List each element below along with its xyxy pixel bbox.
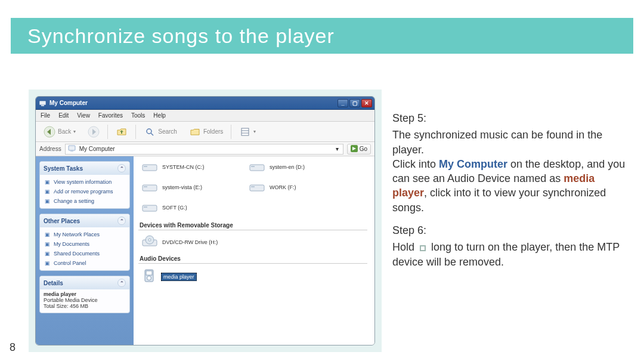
- audio-list: media player: [138, 269, 374, 285]
- back-icon: [44, 126, 55, 138]
- window-buttons: _ ▢ ✕: [338, 99, 372, 107]
- views-icon: [239, 126, 251, 138]
- system-tasks-header[interactable]: System Tasks ⌃: [40, 162, 129, 175]
- keyword-my-computer: My Computer: [439, 158, 507, 170]
- svg-rect-17: [144, 186, 147, 187]
- svg-line-5: [151, 133, 153, 135]
- hard-drive-icon: [142, 202, 157, 214]
- menu-favorites[interactable]: Favorites: [98, 112, 123, 119]
- instruction-text: Step 5: The synchronized music can be fo…: [392, 111, 628, 277]
- device-label: media player: [161, 273, 197, 281]
- go-button[interactable]: Go: [347, 144, 371, 155]
- minimize-button[interactable]: _: [338, 99, 348, 107]
- place-network[interactable]: ▣My Network Places: [44, 230, 126, 239]
- task-add-remove[interactable]: ▣Add or remove programs: [44, 187, 126, 196]
- hard-drive-icon: [142, 161, 157, 173]
- document-page: Synchronize songs to the player My Compu…: [0, 0, 644, 361]
- toolbar-sep: [107, 125, 108, 139]
- svg-rect-20: [143, 205, 157, 211]
- place-shared[interactable]: ▣Shared Documents: [44, 249, 126, 258]
- system-tasks-pane: System Tasks ⌃ ▣View system information …: [39, 161, 130, 209]
- other-places-pane: Other Places ⌃ ▣My Network Places ▣My Do…: [39, 214, 130, 271]
- svg-rect-19: [251, 186, 255, 187]
- views-button[interactable]: ▾: [235, 123, 260, 141]
- drive-label: system-vista (E:): [162, 184, 202, 190]
- address-field[interactable]: My Computer ▾: [65, 144, 343, 155]
- menu-tools[interactable]: Tools: [131, 112, 145, 119]
- programs-icon: ▣: [44, 188, 51, 195]
- task-label: Add or remove programs: [54, 189, 113, 195]
- details-size: Total Size: 456 MB: [44, 303, 126, 309]
- step5-line1: The synchronized music can be found in t…: [392, 129, 602, 155]
- dropdown-icon: ▾: [253, 129, 256, 134]
- address-dropdown-icon[interactable]: ▾: [335, 146, 340, 152]
- explorer-main: SYSTEM-CN (C:) system-en (D:) system-vis…: [134, 156, 374, 345]
- drive-e[interactable]: system-vista (E:): [142, 181, 237, 193]
- svg-rect-10: [70, 150, 73, 152]
- removable-list: DVD/CD-RW Drive (H:): [138, 235, 374, 249]
- drive-f[interactable]: WORK (F:): [249, 181, 345, 193]
- menu-help[interactable]: Help: [153, 112, 166, 119]
- address-value: My Computer: [79, 146, 115, 152]
- address-label: Address: [39, 146, 61, 152]
- svg-rect-16: [143, 185, 157, 191]
- svg-point-24: [148, 239, 151, 241]
- audio-section-title: Audio Devices: [138, 255, 367, 264]
- svg-point-27: [147, 276, 151, 280]
- svg-point-4: [147, 129, 151, 134]
- details-body: media player Portable Media Device Total…: [40, 289, 129, 313]
- hard-drive-icon: [249, 161, 265, 173]
- task-label: View system information: [54, 179, 112, 185]
- other-places-header[interactable]: Other Places ⌃: [40, 214, 129, 227]
- place-control-panel[interactable]: ▣Control Panel: [44, 258, 126, 268]
- documents-icon: ▣: [44, 240, 51, 248]
- dvd-drive[interactable]: DVD/CD-RW Drive (H:): [142, 235, 374, 249]
- menu-edit[interactable]: Edit: [58, 112, 69, 119]
- step6-a: Hold: [392, 241, 417, 253]
- drive-label: system-en (D:): [270, 164, 305, 170]
- step6-b: long to turn on the player, then the MTP…: [392, 241, 620, 267]
- up-button[interactable]: [112, 123, 132, 141]
- hold-button-symbol: [420, 245, 426, 251]
- content-area: My Computer _ ▢ ✕ File Edit View Favorit…: [11, 54, 633, 361]
- folders-button[interactable]: Folders: [185, 123, 227, 141]
- media-player-device[interactable]: media player: [142, 269, 374, 285]
- folder-up-icon: [116, 126, 128, 138]
- search-button[interactable]: Search: [140, 123, 181, 141]
- search-icon: [144, 126, 156, 138]
- step5-line2a: Click into: [392, 158, 439, 170]
- svg-rect-0: [39, 101, 46, 105]
- drive-label: SOFT (G:): [162, 205, 187, 211]
- menubar: File Edit View Favorites Tools Help: [36, 110, 374, 122]
- drive-d[interactable]: system-en (D:): [249, 161, 345, 173]
- task-change-setting[interactable]: ▣Change a setting: [44, 196, 126, 206]
- svg-rect-18: [250, 185, 264, 191]
- details-header[interactable]: Details ⌃: [40, 276, 129, 289]
- drive-label: SYSTEM-CN (C:): [162, 164, 205, 170]
- drive-g[interactable]: SOFT (G:): [142, 202, 237, 214]
- my-computer-window: My Computer _ ▢ ✕ File Edit View Favorit…: [35, 96, 375, 345]
- svg-rect-14: [250, 165, 264, 171]
- device-label: DVD/CD-RW Drive (H:): [162, 239, 218, 245]
- drives-grid: SYSTEM-CN (C:) system-en (D:) system-vis…: [138, 161, 374, 214]
- place-documents[interactable]: ▣My Documents: [44, 239, 126, 249]
- place-label: My Documents: [54, 241, 89, 247]
- svg-rect-12: [143, 165, 157, 171]
- menu-file[interactable]: File: [41, 112, 50, 119]
- drive-c[interactable]: SYSTEM-CN (C:): [142, 161, 237, 173]
- forward-button[interactable]: [83, 123, 104, 141]
- maximize-button[interactable]: ▢: [349, 99, 360, 107]
- toolbar-sep3: [231, 125, 231, 139]
- close-button[interactable]: ✕: [361, 99, 372, 107]
- svg-rect-15: [251, 166, 255, 167]
- chevron-up-icon: ⌃: [117, 279, 126, 287]
- explorer-sidebar: System Tasks ⌃ ▣View system information …: [36, 156, 134, 345]
- task-view-sysinfo[interactable]: ▣View system information: [44, 177, 126, 187]
- window-body: System Tasks ⌃ ▣View system information …: [36, 156, 374, 345]
- details-name: media player: [44, 291, 76, 297]
- toolbar-sep2: [135, 125, 136, 139]
- addressbar: Address My Computer ▾ Go: [36, 142, 374, 156]
- menu-view[interactable]: View: [77, 112, 90, 119]
- back-button[interactable]: Back ▾: [39, 123, 80, 141]
- other-places-body: ▣My Network Places ▣My Documents ▣Shared…: [40, 227, 129, 270]
